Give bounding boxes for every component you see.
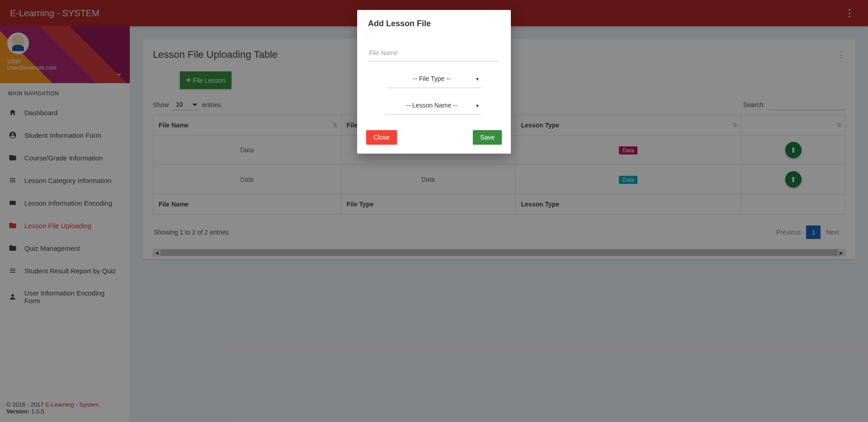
file-type-select[interactable]: -- File Type -- ▾ [387, 71, 481, 88]
modal-title: Add Lesson File [357, 10, 511, 35]
caret-down-icon: ▾ [476, 103, 479, 109]
save-button[interactable]: Save [473, 130, 502, 145]
lesson-name-select[interactable]: -- Lesson Name -- ▾ [387, 98, 481, 115]
add-lesson-file-modal: Add Lesson File -- File Type -- ▾ -- Les… [357, 10, 511, 154]
file-name-input[interactable] [368, 46, 500, 61]
caret-down-icon: ▾ [476, 76, 479, 82]
close-button[interactable]: Close [366, 130, 397, 145]
